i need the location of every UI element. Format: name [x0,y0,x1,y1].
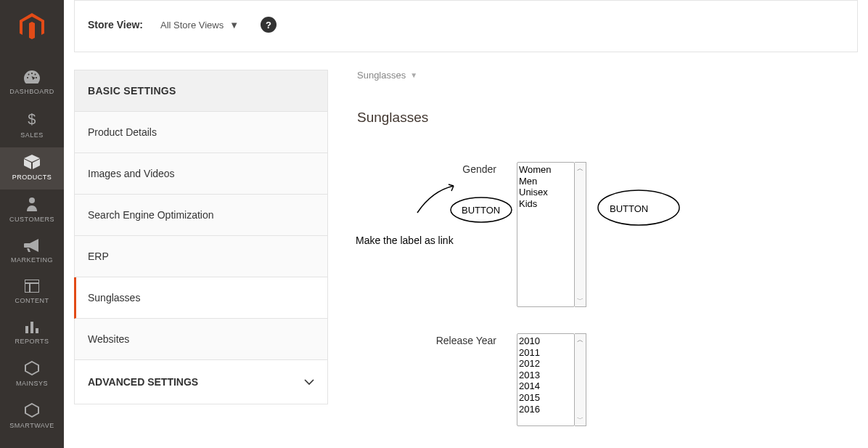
store-view-label: Store View: [88,19,143,30]
nav-mainsys[interactable]: MAINSYS [0,354,64,396]
nav-marketing[interactable]: MARKETING [0,232,64,272]
gauge-icon [24,70,40,84]
store-view-value: All Store Views [160,20,224,30]
chevron-down-icon [304,376,314,388]
nav-label: PRODUCTS [12,174,52,181]
box-icon [24,155,40,169]
svg-rect-7 [36,328,38,333]
svg-rect-5 [25,326,28,333]
svg-marker-9 [25,404,38,417]
layout-icon [25,280,39,293]
tab-seo[interactable]: Search Engine Optimization [74,195,328,236]
gender-select[interactable]: Women Men Unisex Kids [517,162,575,307]
help-button[interactable]: ? [261,17,277,33]
nav-label: CUSTOMERS [9,216,54,223]
advanced-settings-label: ADVANCED SETTINGS [88,376,198,388]
person-icon [27,197,37,211]
hex-icon [25,361,39,375]
nav-label: SALES [20,131,44,139]
tab-erp[interactable]: ERP [74,236,328,277]
svg-rect-6 [30,322,33,333]
nav-content[interactable]: CONTENT [0,272,64,313]
store-view-bar: Store View: All Store Views ▼ ? [74,0,858,52]
tab-sunglasses[interactable]: Sunglasses [74,277,328,319]
nav-dashboard[interactable]: DASHBOARD [0,63,64,104]
settings-tabs: BASIC SETTINGS Product Details Images an… [74,70,328,448]
scrollbar: ︿ ﹀ [575,333,586,426]
caret-down-icon: ▼ [410,71,417,79]
tab-product-details[interactable]: Product Details [74,112,328,153]
advanced-settings-toggle[interactable]: ADVANCED SETTINGS [74,360,328,404]
nav-label: MAINSYS [16,380,48,387]
breadcrumb-label: Sunglasses [357,70,406,81]
basic-settings-header: BASIC SETTINGS [74,70,328,112]
dollar-icon: $ [27,111,37,127]
scroll-up-icon[interactable]: ︿ [575,163,586,175]
nav-customers[interactable]: CUSTOMERS [0,190,64,232]
field-gender: Gender Women Men Unisex Kids ︿ ﹀ [357,162,858,307]
bars-icon [25,320,39,333]
svg-marker-8 [25,362,38,375]
left-sidebar: DASHBOARD $ SALES PRODUCTS CUSTOMERS MAR… [0,0,64,448]
tab-images-videos[interactable]: Images and Videos [74,153,328,195]
nav-products[interactable]: PRODUCTS [0,147,64,190]
megaphone-icon [24,239,40,252]
svg-point-1 [29,197,35,203]
scrollbar: ︿ ﹀ [575,162,586,307]
scroll-up-icon[interactable]: ︿ [575,334,586,346]
nav-label: REPORTS [15,338,49,345]
nav-smartwave[interactable]: SMARTWAVE [0,396,64,429]
caret-down-icon: ▼ [229,20,239,30]
release-year-select[interactable]: 2010 2011 2012 2013 2014 2015 2016 [517,333,575,426]
svg-rect-2 [25,280,39,293]
nav-sales[interactable]: $ SALES [0,104,64,147]
nav-label: CONTENT [15,297,49,304]
nav-reports[interactable]: REPORTS [0,313,64,354]
magento-logo [20,13,44,43]
store-view-select[interactable]: All Store Views ▼ [160,20,239,30]
svg-text:$: $ [28,111,36,127]
tab-websites[interactable]: Websites [74,319,328,360]
section-title: Sunglasses [357,110,858,126]
nav-label: DASHBOARD [9,88,54,95]
form-area: Sunglasses ▼ Sunglasses Gender Women Men… [328,70,858,448]
hex-icon [25,403,39,418]
scroll-down-icon[interactable]: ﹀ [575,413,586,425]
nav-label: SMARTWAVE [9,422,54,429]
breadcrumb[interactable]: Sunglasses ▼ [357,70,417,81]
nav-label: MARKETING [11,256,53,264]
field-release-year: Release Year 2010 2011 2012 2013 2014 20… [357,333,858,426]
field-label-release-year: Release Year [436,335,496,346]
field-label-gender: Gender [462,163,496,175]
scroll-down-icon[interactable]: ﹀ [575,294,586,306]
